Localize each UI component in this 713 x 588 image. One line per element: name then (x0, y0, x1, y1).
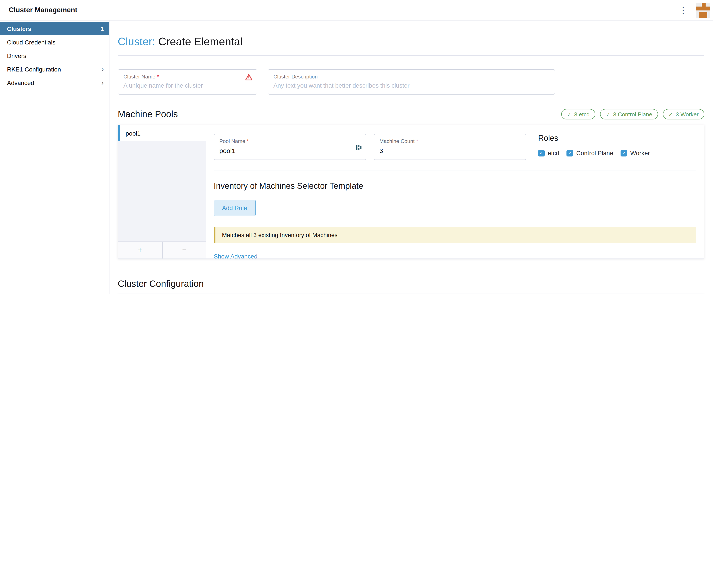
cluster-name-input[interactable] (123, 82, 252, 89)
checkbox-checked-icon: ✓ (567, 150, 573, 156)
pool-tab-pool1[interactable]: pool1 (118, 125, 206, 141)
header-actions: ⋮ (676, 2, 710, 18)
title-divider (118, 55, 704, 56)
app-title: Cluster Management (9, 6, 77, 14)
badge-label: 3 etcd (574, 111, 590, 118)
kebab-menu-icon[interactable]: ⋮ (676, 6, 690, 14)
sidebar-item-label: Advanced (7, 79, 34, 86)
machine-pool-card: pool1 + − Pool Name * (118, 125, 704, 259)
cluster-configuration-title: Cluster Configuration (118, 278, 704, 289)
warning-icon (245, 74, 252, 82)
required-asterisk: * (157, 74, 159, 80)
role-count-badges: ✓ 3 etcd ✓ 3 Control Plane ✓ 3 Worker (561, 109, 704, 120)
cluster-name-field[interactable]: Cluster Name * (118, 69, 257, 94)
sidebar-item-rke1-configuration[interactable]: RKE1 Configuration › (0, 62, 109, 76)
badge-label: 3 Control Plane (613, 111, 652, 118)
main-content: Cluster: Create Elemental Cluster Name * (109, 20, 713, 294)
brand-logo (696, 2, 710, 18)
machine-count-label: Machine Count * (380, 138, 521, 144)
pool-settings-row: Pool Name * (214, 134, 696, 160)
sidebar-item-drivers[interactable]: Drivers (0, 49, 109, 62)
page-title: Cluster: Create Elemental (118, 35, 704, 48)
cluster-name-label: Cluster Name * (123, 74, 252, 80)
logo-shape (699, 12, 707, 18)
roles-group: Roles ✓ etcd ✓ (538, 134, 650, 160)
machine-count-input[interactable] (380, 147, 507, 154)
sidebar-item-clusters[interactable]: Clusters 1 (0, 22, 109, 35)
cluster-description-label: Cluster Description (273, 74, 549, 80)
pool-name-label: Pool Name * (219, 138, 361, 144)
etcd-count-badge: ✓ 3 etcd (561, 109, 595, 120)
role-worker-checkbox[interactable]: ✓ Worker (621, 149, 650, 156)
check-icon: ✓ (668, 111, 673, 118)
check-icon: ✓ (567, 111, 571, 118)
pool-add-remove-bar: + − (118, 241, 206, 258)
check-icon: ✓ (622, 151, 626, 155)
check-icon: ✓ (568, 151, 572, 155)
checkbox-checked-icon: ✓ (538, 150, 545, 156)
label-text: Pool Name (219, 138, 245, 144)
pool-panel: Pool Name * (206, 125, 704, 258)
app-root: Cluster Management ⋮ Clusters 1 Cloud Cr… (0, 0, 713, 294)
pool-name-input[interactable] (219, 147, 346, 154)
check-icon: ✓ (606, 111, 611, 118)
show-advanced-link[interactable]: Show Advanced (214, 253, 258, 260)
role-control-plane-checkbox[interactable]: ✓ Control Plane (567, 149, 613, 156)
check-icon: ✓ (539, 151, 543, 155)
role-label: etcd (548, 149, 559, 156)
machine-pools-title: Machine Pools (118, 109, 178, 120)
remove-pool-button[interactable]: − (162, 242, 206, 258)
required-asterisk: * (247, 138, 249, 144)
role-label: Control Plane (576, 149, 613, 156)
required-asterisk: * (416, 138, 418, 144)
sidebar-item-cloud-credentials[interactable]: Cloud Credentials (0, 35, 109, 49)
randomize-name-icon[interactable] (356, 144, 362, 153)
logo-shape (702, 2, 706, 6)
sidebar-item-label: Clusters (7, 25, 32, 32)
cluster-identity-row: Cluster Name * Cluster Description (118, 69, 704, 94)
clusters-count-badge: 1 (100, 25, 104, 32)
cluster-description-field[interactable]: Cluster Description (268, 69, 555, 94)
roles-title: Roles (538, 134, 650, 143)
cluster-description-input[interactable] (273, 82, 549, 89)
page-body: Clusters 1 Cloud Credentials Drivers RKE… (0, 20, 713, 294)
sidebar: Clusters 1 Cloud Credentials Drivers RKE… (0, 20, 109, 294)
page-title-text: Create Elemental (158, 35, 242, 47)
sidebar-item-advanced[interactable]: Advanced › (0, 76, 109, 89)
sidebar-item-label: RKE1 Configuration (7, 66, 61, 72)
pool-divider (214, 170, 696, 170)
worker-count-badge: ✓ 3 Worker (663, 109, 704, 120)
matches-banner: Matches all 3 existing Inventory of Mach… (214, 227, 696, 243)
machine-pools-header: Machine Pools ✓ 3 etcd ✓ 3 Control Plane… (118, 109, 704, 120)
badge-label: 3 Worker (676, 111, 699, 118)
add-pool-button[interactable]: + (118, 242, 162, 258)
page-title-prefix: Cluster: (118, 35, 155, 47)
label-text: Machine Count (380, 138, 414, 144)
pool-tabs-column: pool1 + − (118, 125, 206, 258)
roles-options: ✓ etcd ✓ Control Plane (538, 149, 650, 156)
sidebar-item-label: Drivers (7, 52, 26, 59)
add-rule-button[interactable]: Add Rule (214, 200, 255, 216)
checkbox-checked-icon: ✓ (621, 150, 627, 156)
role-label: Worker (630, 149, 650, 156)
chevron-right-icon: › (101, 65, 104, 73)
sidebar-item-label: Cloud Credentials (7, 39, 56, 45)
control-plane-count-badge: ✓ 3 Control Plane (600, 109, 658, 120)
label-text: Cluster Name (123, 74, 156, 80)
selector-template-title: Inventory of Machines Selector Template (214, 181, 696, 191)
logo-shape (696, 6, 710, 10)
machine-count-field[interactable]: Machine Count * (374, 134, 526, 160)
top-header: Cluster Management ⋮ (0, 0, 713, 20)
chevron-right-icon: › (101, 79, 104, 86)
role-etcd-checkbox[interactable]: ✓ etcd (538, 149, 559, 156)
pool-name-field[interactable]: Pool Name * (214, 134, 366, 160)
